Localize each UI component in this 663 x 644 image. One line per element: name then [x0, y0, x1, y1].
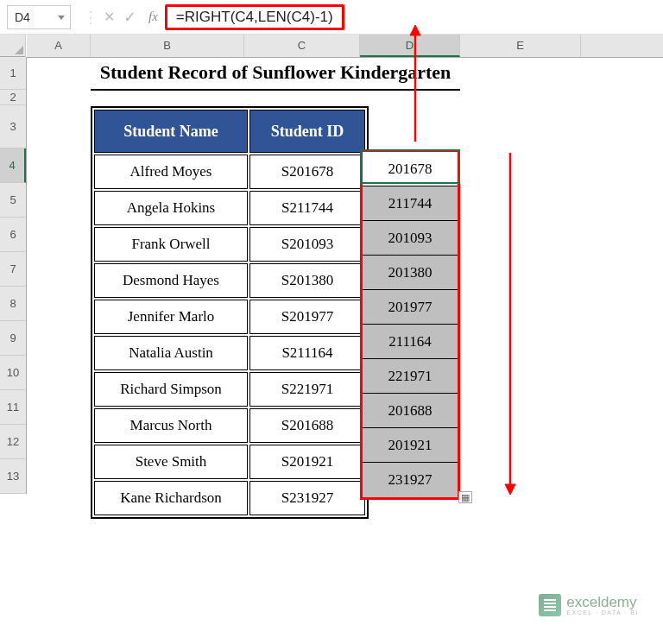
- table-row: Angela HokinsS211744: [94, 191, 365, 225]
- column-headers: A B C D E: [27, 35, 663, 58]
- result-cell[interactable]: 211744: [363, 186, 458, 221]
- table-row: Richard SimpsonS221971: [94, 372, 365, 407]
- row-header-13[interactable]: 13: [0, 459, 26, 494]
- result-cell[interactable]: 201921: [363, 428, 458, 463]
- name-box[interactable]: D4: [7, 5, 71, 29]
- spreadsheet: 1 2 3 4 5 6 7 8 9 10 11 12 13 A B C D E …: [0, 35, 663, 494]
- divider: ⋮: [83, 8, 98, 27]
- result-cell[interactable]: 201977: [363, 290, 458, 325]
- row-header-10[interactable]: 10: [0, 356, 26, 390]
- result-cell[interactable]: 201093: [363, 221, 458, 256]
- col-header-B[interactable]: B: [91, 35, 244, 57]
- result-cell[interactable]: 201688: [363, 394, 458, 428]
- row-header-4[interactable]: 4: [0, 148, 26, 183]
- col-header-A[interactable]: A: [27, 35, 91, 57]
- row-header-3[interactable]: 3: [0, 105, 26, 148]
- result-cell[interactable]: 231927: [363, 463, 458, 497]
- enter-icon[interactable]: ✓: [123, 8, 136, 27]
- table-row: Marcus NorthS201688: [94, 408, 365, 443]
- svg-marker-1: [410, 25, 420, 35]
- table-row: Kane RichardsonS231927: [94, 481, 365, 515]
- svg-marker-3: [505, 484, 515, 495]
- result-cell[interactable]: 201678: [363, 152, 458, 186]
- formula-bar-buttons: ✕ ✓: [104, 8, 136, 27]
- formula-text: =RIGHT(C4,LEN(C4)-1): [165, 4, 344, 30]
- result-cell[interactable]: 201380: [363, 256, 458, 290]
- formula-bar-row: D4 ⋮ ✕ ✓ fx =RIGHT(C4,LEN(C4)-1): [0, 0, 663, 35]
- row-header-8[interactable]: 8: [0, 287, 26, 321]
- watermark: exceldemy EXCEL · DATA · BI: [539, 594, 639, 616]
- col-header-C[interactable]: C: [244, 35, 360, 57]
- annotation-arrow-up: [407, 25, 424, 146]
- watermark-brand: exceldemy: [566, 595, 639, 609]
- row-header-1[interactable]: 1: [0, 57, 26, 90]
- row-header-12[interactable]: 12: [0, 425, 26, 459]
- table-row: Alfred MoyesS201678: [94, 155, 365, 189]
- row-header-2[interactable]: 2: [0, 90, 26, 105]
- table-row: Frank OrwellS201093: [94, 227, 365, 262]
- row-header-6[interactable]: 6: [0, 218, 26, 252]
- watermark-logo-icon: [539, 594, 561, 616]
- row-header-5[interactable]: 5: [0, 183, 26, 218]
- sheet-title: Student Record of Sunflower Kindergarten: [91, 58, 460, 91]
- student-table: Student Name Student ID Alfred MoyesS201…: [91, 106, 369, 519]
- table-row: Natalia AustinS211164: [94, 336, 365, 370]
- result-column-highlight: 201678 211744 201093 201380 201977 21116…: [360, 149, 460, 500]
- table-row: Steve SmithS201921: [94, 445, 365, 479]
- cancel-icon[interactable]: ✕: [104, 9, 115, 25]
- col-header-E[interactable]: E: [460, 35, 581, 57]
- row-header-11[interactable]: 11: [0, 390, 26, 425]
- row-header-7[interactable]: 7: [0, 252, 26, 287]
- autofill-options-icon[interactable]: [458, 491, 472, 503]
- fx-icon[interactable]: fx: [148, 9, 158, 24]
- table-row: Desmond HayesS201380: [94, 263, 365, 298]
- annotation-arrow-down: [502, 151, 519, 496]
- result-cell[interactable]: 211164: [363, 325, 458, 359]
- header-student-name: Student Name: [94, 110, 248, 153]
- header-student-id: Student ID: [249, 110, 365, 153]
- select-all-corner[interactable]: [0, 35, 26, 57]
- result-cell[interactable]: 221971: [363, 359, 458, 394]
- watermark-tagline: EXCEL · DATA · BI: [566, 609, 639, 616]
- table-row: Jennifer MarloS201977: [94, 300, 365, 334]
- row-header-9[interactable]: 9: [0, 321, 26, 356]
- row-headers: 1 2 3 4 5 6 7 8 9 10 11 12 13: [0, 57, 27, 494]
